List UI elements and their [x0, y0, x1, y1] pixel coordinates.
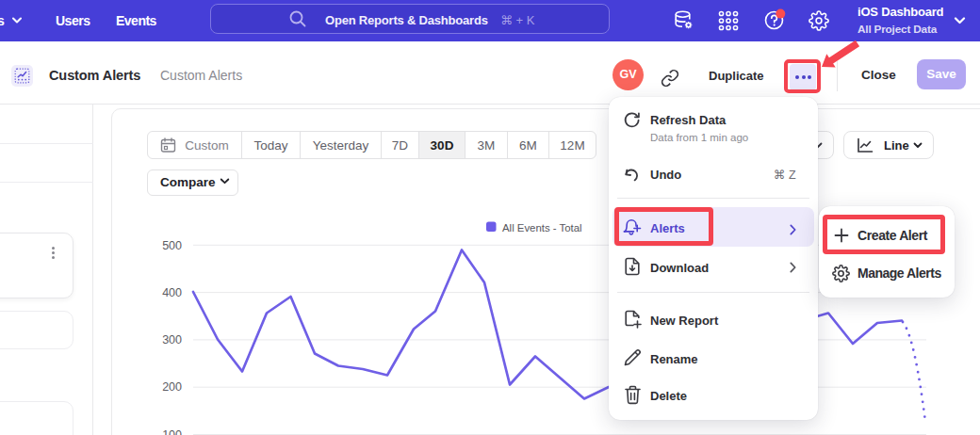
svg-text:200: 200 — [162, 380, 182, 394]
svg-text:500: 500 — [162, 239, 182, 252]
svg-text:100: 100 — [162, 428, 182, 435]
svg-text:300: 300 — [162, 333, 182, 346]
svg-text:All Events - Total: All Events - Total — [502, 222, 582, 234]
svg-text:400: 400 — [162, 286, 182, 299]
